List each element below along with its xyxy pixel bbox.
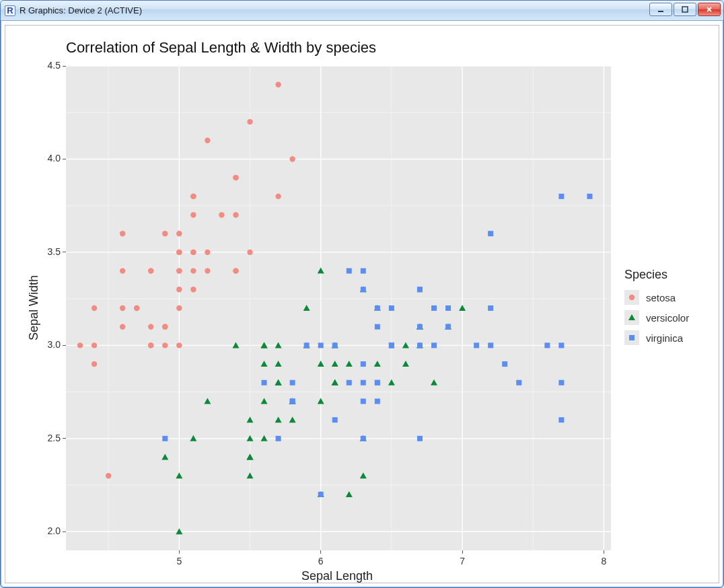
svg-point-72 bbox=[176, 287, 182, 292]
svg-point-51 bbox=[205, 268, 210, 273]
svg-rect-161 bbox=[318, 342, 324, 348]
svg-point-62 bbox=[190, 268, 196, 273]
svg-marker-77 bbox=[388, 379, 395, 385]
svg-rect-160 bbox=[375, 324, 380, 330]
svg-point-52 bbox=[134, 305, 139, 311]
svg-marker-82 bbox=[204, 398, 211, 404]
svg-rect-126 bbox=[361, 361, 366, 367]
svg-point-54 bbox=[233, 268, 238, 273]
chart-svg bbox=[66, 66, 611, 550]
svg-rect-142 bbox=[318, 492, 324, 497]
close-button[interactable] bbox=[698, 3, 721, 16]
legend-item-versicolor: versicolor bbox=[624, 307, 689, 328]
svg-point-64 bbox=[106, 473, 111, 478]
x-tick-label: 7 bbox=[449, 556, 476, 566]
svg-rect-146 bbox=[361, 398, 366, 404]
svg-point-58 bbox=[176, 305, 182, 311]
svg-rect-158 bbox=[558, 342, 564, 348]
y-tick-label: 4.5 bbox=[40, 60, 61, 71]
svg-marker-104 bbox=[247, 454, 254, 460]
svg-rect-163 bbox=[417, 324, 423, 330]
legend-item-virginica: virginica bbox=[624, 328, 689, 348]
svg-point-68 bbox=[148, 342, 153, 348]
y-tick-label: 3.5 bbox=[40, 246, 61, 257]
legend-items: setosaversicolorvirginica bbox=[624, 287, 689, 348]
x-tick-label: 5 bbox=[166, 556, 192, 566]
svg-marker-116 bbox=[176, 472, 182, 478]
svg-marker-97 bbox=[374, 361, 381, 367]
svg-rect-0 bbox=[658, 11, 663, 12]
svg-marker-174 bbox=[628, 314, 635, 320]
svg-rect-123 bbox=[361, 287, 366, 292]
svg-marker-91 bbox=[346, 491, 353, 497]
svg-rect-133 bbox=[389, 305, 394, 311]
svg-point-38 bbox=[275, 81, 281, 87]
svg-rect-1 bbox=[682, 7, 688, 12]
svg-point-70 bbox=[120, 305, 125, 311]
window-controls bbox=[649, 3, 721, 16]
svg-point-59 bbox=[247, 250, 252, 255]
svg-rect-166 bbox=[431, 305, 437, 311]
legend-key-versicolor bbox=[624, 310, 639, 325]
svg-marker-115 bbox=[289, 416, 296, 422]
svg-point-39 bbox=[233, 175, 238, 180]
svg-rect-135 bbox=[431, 342, 437, 348]
svg-point-40 bbox=[190, 250, 196, 255]
svg-point-26 bbox=[120, 324, 125, 329]
svg-rect-132 bbox=[488, 231, 493, 236]
svg-rect-136 bbox=[276, 436, 281, 441]
r-graphics-window: R R Graphics: Device 2 (ACTIVE) Correlat… bbox=[0, 0, 724, 588]
svg-marker-122 bbox=[275, 379, 282, 385]
svg-rect-159 bbox=[361, 268, 366, 274]
svg-rect-167 bbox=[417, 287, 423, 292]
svg-rect-134 bbox=[375, 398, 380, 404]
y-tick-label: 2.0 bbox=[40, 525, 61, 536]
svg-marker-119 bbox=[275, 361, 282, 367]
r-app-icon: R bbox=[5, 5, 15, 16]
svg-point-44 bbox=[190, 212, 196, 217]
svg-rect-175 bbox=[629, 335, 635, 340]
svg-rect-141 bbox=[558, 417, 564, 422]
svg-point-61 bbox=[92, 342, 97, 348]
legend-label: setosa bbox=[646, 292, 676, 303]
svg-point-50 bbox=[205, 250, 210, 255]
svg-marker-110 bbox=[360, 472, 367, 478]
svg-marker-101 bbox=[318, 361, 324, 367]
svg-rect-157 bbox=[332, 417, 338, 422]
svg-point-47 bbox=[148, 268, 153, 273]
x-tick-label: 8 bbox=[590, 556, 617, 566]
chart-title: Correlation of Sepal Length & Width by s… bbox=[66, 39, 376, 57]
svg-marker-80 bbox=[161, 454, 168, 460]
svg-rect-145 bbox=[558, 380, 564, 385]
svg-point-57 bbox=[162, 324, 168, 329]
window-titlebar[interactable]: R R Graphics: Device 2 (ACTIVE) bbox=[1, 1, 723, 21]
svg-marker-86 bbox=[332, 361, 338, 367]
plot-area: Correlation of Sepal Length & Width by s… bbox=[5, 25, 719, 583]
svg-rect-130 bbox=[502, 361, 507, 367]
svg-rect-144 bbox=[262, 380, 267, 385]
svg-point-31 bbox=[92, 361, 97, 367]
svg-point-46 bbox=[190, 287, 196, 292]
svg-point-27 bbox=[176, 231, 182, 236]
svg-marker-117 bbox=[261, 398, 268, 404]
svg-point-55 bbox=[205, 138, 210, 143]
x-axis-title: Sepal Length bbox=[301, 569, 373, 583]
svg-rect-156 bbox=[361, 380, 366, 385]
svg-point-173 bbox=[629, 295, 635, 300]
minimize-button[interactable] bbox=[649, 3, 672, 16]
svg-rect-125 bbox=[474, 342, 479, 348]
svg-rect-155 bbox=[375, 380, 380, 385]
y-tick-label: 4.0 bbox=[40, 153, 61, 163]
legend-key-virginica bbox=[624, 330, 639, 345]
svg-marker-87 bbox=[261, 361, 268, 367]
svg-rect-129 bbox=[162, 436, 168, 441]
svg-rect-143 bbox=[445, 305, 451, 311]
svg-marker-106 bbox=[318, 398, 324, 404]
maximize-button[interactable] bbox=[674, 3, 696, 16]
svg-rect-169 bbox=[361, 436, 366, 441]
svg-point-48 bbox=[176, 342, 182, 348]
y-tick-label: 2.5 bbox=[40, 433, 61, 443]
svg-point-66 bbox=[176, 250, 182, 255]
svg-point-60 bbox=[162, 231, 168, 236]
svg-marker-120 bbox=[346, 361, 353, 367]
